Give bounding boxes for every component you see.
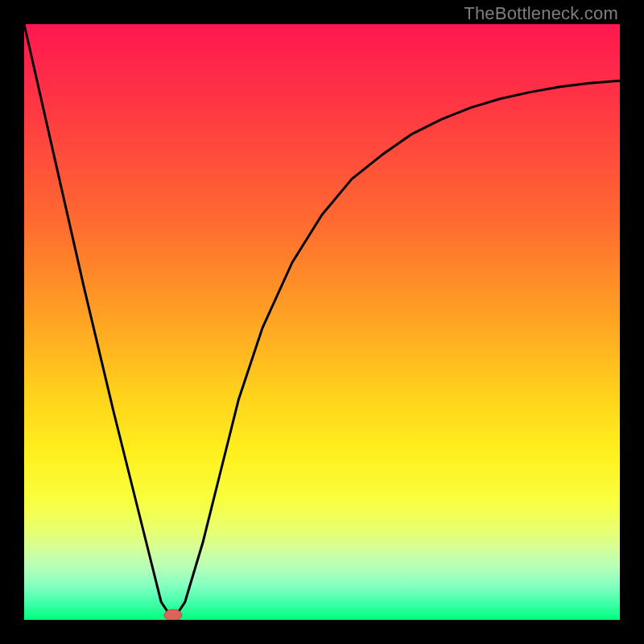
attribution-label: TheBottleneck.com <box>464 3 618 24</box>
bottleneck-curve-chart <box>24 24 620 620</box>
minimum-marker <box>164 609 182 620</box>
gradient-background <box>24 24 620 620</box>
chart-frame: TheBottleneck.com <box>0 0 644 644</box>
plot-area <box>24 24 620 620</box>
